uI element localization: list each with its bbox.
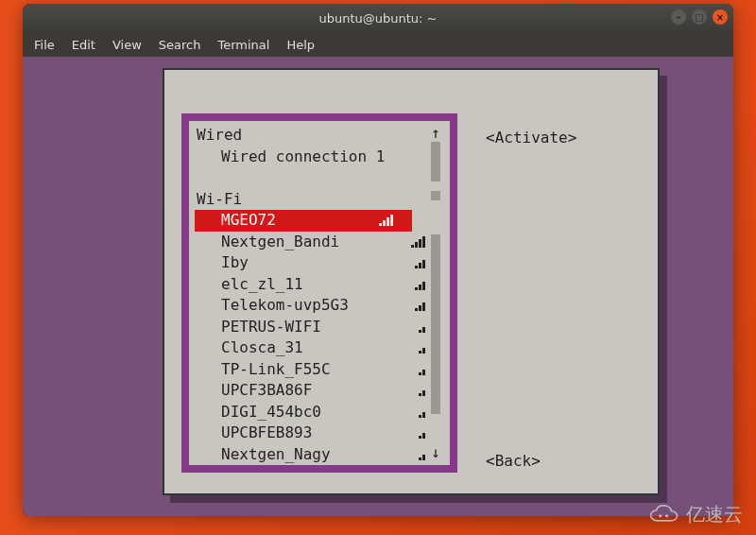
signal-icon (419, 321, 425, 333)
signal-icon (419, 427, 425, 439)
scroll-up-icon[interactable]: ↑ (431, 125, 440, 142)
scroll-down-icon[interactable]: ↓ (431, 444, 440, 461)
svg-point-1 (665, 514, 668, 517)
svg-point-0 (659, 514, 662, 517)
maximize-button[interactable]: □ (692, 9, 707, 25)
minimize-button[interactable]: – (671, 9, 686, 25)
menu-terminal[interactable]: Terminal (210, 35, 277, 55)
signal-icon (419, 342, 425, 354)
back-button[interactable]: <Back> (486, 452, 541, 470)
menubar: File Edit View Search Terminal Help (23, 32, 733, 57)
connection-list[interactable]: Wired Wired connection 1 Wi-Fi MGEO72 Ne… (195, 125, 444, 461)
menu-edit[interactable]: Edit (64, 35, 103, 55)
signal-icon (419, 385, 425, 396)
signal-icon (419, 449, 425, 460)
menu-view[interactable]: View (105, 35, 149, 55)
titlebar[interactable]: ubuntu@ubuntu: ~ – □ × (23, 4, 733, 32)
watermark: 亿速云 (648, 502, 743, 527)
menu-search[interactable]: Search (151, 35, 209, 55)
activate-button[interactable]: <Activate> (486, 129, 576, 147)
signal-icon (419, 364, 425, 375)
menu-file[interactable]: File (26, 35, 62, 55)
nmtui-dialog: Wired Wired connection 1 Wi-Fi MGEO72 Ne… (163, 68, 660, 495)
signal-icon (415, 279, 425, 290)
spacer (195, 167, 444, 189)
signal-icon (419, 406, 425, 418)
watermark-text: 亿速云 (686, 502, 743, 527)
scroll-track[interactable] (431, 142, 440, 444)
terminal-area: Wired Wired connection 1 Wi-Fi MGEO72 Ne… (23, 57, 733, 516)
scroll-thumb[interactable] (431, 142, 440, 181)
wifi-item[interactable]: UPCF3BA86F (195, 380, 444, 402)
terminal-window: ubuntu@ubuntu: ~ – □ × File Edit View Se… (23, 4, 733, 516)
wifi-item[interactable]: Telekom-uvp5G3 (195, 295, 444, 317)
scroll-thumb[interactable] (431, 191, 440, 200)
wifi-item[interactable]: Closca_31 (195, 337, 444, 359)
window-title: ubuntu@ubuntu: ~ (318, 11, 437, 26)
wifi-item[interactable]: DIGI_454bc0 (195, 402, 444, 423)
connection-list-frame: Wired Wired connection 1 Wi-Fi MGEO72 Ne… (181, 113, 457, 473)
wifi-item[interactable]: elc_zl_11 (195, 274, 444, 296)
cloud-icon (648, 505, 680, 526)
wired-connection-item[interactable]: Wired connection 1 (195, 147, 444, 168)
wifi-item[interactable]: Nextgen_Bandi (195, 232, 444, 253)
wifi-item[interactable]: UPCBFEB893 (195, 423, 444, 444)
wifi-item-selected[interactable]: MGEO72 (195, 210, 412, 232)
wifi-item[interactable]: Iby (195, 252, 444, 274)
signal-icon (415, 257, 425, 268)
close-button[interactable]: × (713, 9, 728, 25)
signal-icon (415, 300, 425, 311)
window-controls: – □ × (671, 9, 728, 25)
wired-header: Wired (195, 125, 444, 147)
signal-icon (379, 215, 393, 226)
wifi-item[interactable]: PETRUS-WIFI (195, 317, 444, 338)
signal-icon (411, 236, 425, 248)
scroll-thumb[interactable] (431, 234, 440, 414)
wifi-item[interactable]: TP-Link_F55C (195, 359, 444, 381)
wifi-header: Wi-Fi (195, 189, 444, 211)
menu-help[interactable]: Help (279, 35, 322, 55)
scrollbar[interactable]: ↑ ↓ (429, 125, 442, 461)
wifi-item[interactable]: Nextgen_Nagy (195, 444, 444, 466)
